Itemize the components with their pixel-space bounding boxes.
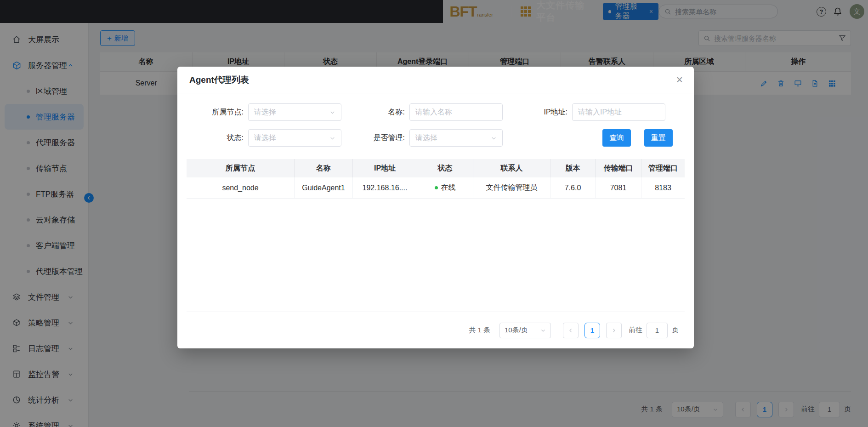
- page-size-value: 10条/页: [505, 326, 528, 335]
- reset-button[interactable]: 重置: [644, 129, 673, 147]
- status-text: 在线: [441, 183, 456, 193]
- chevron-down-icon: [329, 109, 335, 115]
- current-page-button[interactable]: 1: [584, 323, 600, 338]
- column-header: 联系人: [473, 159, 550, 177]
- cell-node: send_node: [187, 177, 295, 198]
- chevron-down-icon: [491, 135, 497, 141]
- cell-status: 在线: [417, 177, 473, 198]
- column-header: 名称: [295, 159, 353, 177]
- agent-table-header: 所属节点 名称 IP地址 状态 联系人 版本 传输端口 管理端口: [187, 159, 685, 177]
- pagination: 共 1 条 10条/页 1 前往 页: [469, 323, 679, 338]
- filter-buttons: 查询 重置: [602, 129, 673, 147]
- page: BFT ransfer 大文件传输平台 管理服务器 × ? 文: [0, 0, 868, 427]
- column-header: 传输端口: [596, 159, 641, 177]
- ip-label: IP地址:: [503, 108, 572, 117]
- filter-row-1: 所属节点: 请选择 名称: IP地址:: [196, 103, 673, 121]
- table-empty-space: [187, 199, 685, 312]
- modal-title: Agent代理列表: [189, 74, 249, 86]
- managed-select-placeholder: 请选择: [415, 133, 437, 143]
- managed-label: 是否管理:: [341, 133, 409, 143]
- name-input[interactable]: [409, 103, 503, 121]
- status-select-placeholder: 请选择: [254, 133, 276, 143]
- status-select[interactable]: 请选择: [248, 129, 341, 147]
- next-page-button[interactable]: [606, 323, 622, 338]
- column-header: 版本: [550, 159, 596, 177]
- cell-contact: 文件传输管理员: [473, 177, 550, 198]
- cell-manage-port: 8183: [641, 177, 685, 198]
- filter-row-2: 状态: 请选择 是否管理: 请选择 查询 重置: [196, 129, 673, 147]
- node-select[interactable]: 请选择: [248, 103, 341, 121]
- managed-select[interactable]: 请选择: [409, 129, 503, 147]
- chevron-down-icon: [540, 328, 546, 333]
- close-icon[interactable]: ×: [676, 74, 683, 85]
- status-label: 状态:: [196, 133, 248, 143]
- prev-page-button[interactable]: [563, 323, 579, 338]
- chevron-down-icon: [329, 135, 335, 141]
- agent-table: 所属节点 名称 IP地址 状态 联系人 版本 传输端口 管理端口 send_no…: [187, 159, 685, 312]
- goto-label: 前往: [629, 326, 642, 335]
- page-size-select[interactable]: 10条/页: [499, 323, 551, 338]
- page-unit: 页: [672, 326, 679, 335]
- name-label: 名称:: [341, 108, 409, 117]
- goto-page-input[interactable]: [647, 323, 668, 338]
- column-header: 管理端口: [641, 159, 685, 177]
- cell-transfer-port: 7081: [596, 177, 641, 198]
- pagination-total: 共 1 条: [469, 326, 490, 335]
- modal-pagination-bar: 共 1 条 10条/页 1 前往 页: [177, 312, 694, 348]
- cell-ip: 192.168.16....: [353, 177, 417, 198]
- cell-name: GuideAgent1: [295, 177, 353, 198]
- modal-header: Agent代理列表 ×: [177, 67, 694, 93]
- cell-version: 7.6.0: [550, 177, 596, 198]
- column-header: IP地址: [353, 159, 417, 177]
- agent-list-modal: Agent代理列表 × 所属节点: 请选择 名称: IP地址: 状态: 请选择: [177, 67, 694, 348]
- online-status-dot: [435, 186, 438, 189]
- column-header: 所属节点: [187, 159, 295, 177]
- ip-input[interactable]: [572, 103, 665, 121]
- node-select-placeholder: 请选择: [254, 108, 276, 117]
- node-label: 所属节点:: [196, 108, 248, 117]
- agent-table-row[interactable]: send_node GuideAgent1 192.168.16.... 在线 …: [187, 177, 685, 199]
- modal-filter-form: 所属节点: 请选择 名称: IP地址: 状态: 请选择 是否管理: 请选择: [177, 93, 694, 147]
- column-header: 状态: [417, 159, 473, 177]
- query-button[interactable]: 查询: [602, 129, 631, 147]
